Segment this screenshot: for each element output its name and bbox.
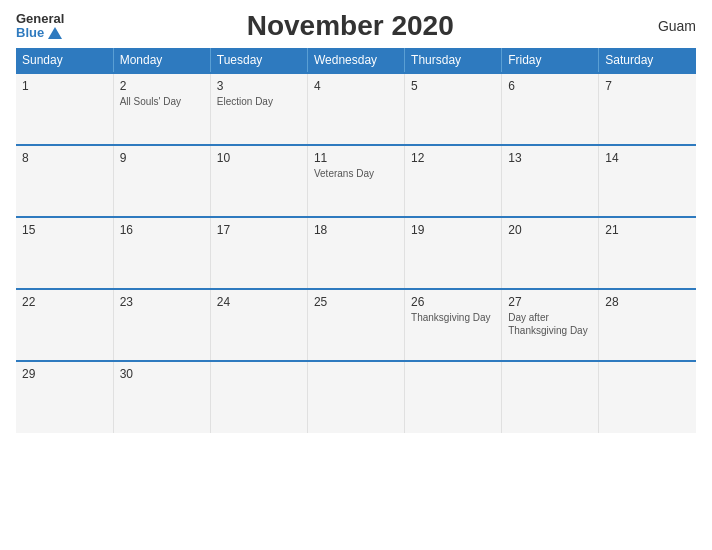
event-label: Thanksgiving Day	[508, 324, 592, 337]
day-number: 19	[411, 223, 495, 237]
day-number: 25	[314, 295, 398, 309]
day-number: 18	[314, 223, 398, 237]
day-number: 4	[314, 79, 398, 93]
calendar-week-row: 2930	[16, 361, 696, 433]
calendar-cell: 5	[405, 73, 502, 145]
calendar-cell: 3Election Day	[210, 73, 307, 145]
calendar-cell: 25	[307, 289, 404, 361]
calendar-cell: 7	[599, 73, 696, 145]
day-number: 1	[22, 79, 107, 93]
weekday-header: Wednesday	[307, 48, 404, 73]
calendar-cell: 16	[113, 217, 210, 289]
calendar-week-row: 2223242526Thanksgiving Day27Day afterTha…	[16, 289, 696, 361]
calendar-cell: 6	[502, 73, 599, 145]
event-label: Day after	[508, 311, 592, 324]
day-number: 14	[605, 151, 690, 165]
day-number: 20	[508, 223, 592, 237]
calendar-table: SundayMondayTuesdayWednesdayThursdayFrid…	[16, 48, 696, 433]
weekday-header: Monday	[113, 48, 210, 73]
calendar-cell: 17	[210, 217, 307, 289]
logo-triangle-icon	[48, 27, 62, 39]
calendar-cell: 13	[502, 145, 599, 217]
event-label: Veterans Day	[314, 167, 398, 180]
calendar-cell	[405, 361, 502, 433]
event-label: Thanksgiving Day	[411, 311, 495, 324]
calendar-cell: 20	[502, 217, 599, 289]
day-number: 8	[22, 151, 107, 165]
calendar-cell	[599, 361, 696, 433]
event-label: All Souls' Day	[120, 95, 204, 108]
day-number: 30	[120, 367, 204, 381]
day-number: 10	[217, 151, 301, 165]
header: General Blue November 2020 Guam	[16, 10, 696, 42]
calendar-cell: 22	[16, 289, 113, 361]
day-number: 17	[217, 223, 301, 237]
calendar-week-row: 891011Veterans Day121314	[16, 145, 696, 217]
calendar-cell: 4	[307, 73, 404, 145]
weekday-header: Tuesday	[210, 48, 307, 73]
day-number: 2	[120, 79, 204, 93]
day-number: 29	[22, 367, 107, 381]
calendar-cell: 8	[16, 145, 113, 217]
calendar-cell: 15	[16, 217, 113, 289]
day-number: 3	[217, 79, 301, 93]
page: General Blue November 2020 Guam SundayMo…	[0, 0, 712, 550]
day-number: 26	[411, 295, 495, 309]
day-number: 21	[605, 223, 690, 237]
logo-blue-text: Blue	[16, 26, 44, 40]
calendar-cell: 1	[16, 73, 113, 145]
weekday-header-row: SundayMondayTuesdayWednesdayThursdayFrid…	[16, 48, 696, 73]
calendar-cell: 14	[599, 145, 696, 217]
logo-general-text: General	[16, 12, 64, 26]
day-number: 6	[508, 79, 592, 93]
day-number: 9	[120, 151, 204, 165]
logo: General Blue	[16, 12, 64, 41]
calendar-cell: 9	[113, 145, 210, 217]
day-number: 23	[120, 295, 204, 309]
calendar-cell: 30	[113, 361, 210, 433]
calendar-cell: 24	[210, 289, 307, 361]
weekday-header: Saturday	[599, 48, 696, 73]
calendar-cell: 19	[405, 217, 502, 289]
day-number: 15	[22, 223, 107, 237]
calendar-cell: 18	[307, 217, 404, 289]
calendar-cell: 28	[599, 289, 696, 361]
calendar-title: November 2020	[64, 10, 636, 42]
calendar-cell	[210, 361, 307, 433]
calendar-cell: 27Day afterThanksgiving Day	[502, 289, 599, 361]
day-number: 12	[411, 151, 495, 165]
weekday-header: Sunday	[16, 48, 113, 73]
day-number: 16	[120, 223, 204, 237]
calendar-cell	[502, 361, 599, 433]
calendar-cell: 12	[405, 145, 502, 217]
day-number: 11	[314, 151, 398, 165]
day-number: 27	[508, 295, 592, 309]
day-number: 7	[605, 79, 690, 93]
region-label: Guam	[636, 18, 696, 34]
calendar-week-row: 12All Souls' Day3Election Day4567	[16, 73, 696, 145]
calendar-cell: 29	[16, 361, 113, 433]
day-number: 22	[22, 295, 107, 309]
calendar-cell: 10	[210, 145, 307, 217]
calendar-cell	[307, 361, 404, 433]
calendar-cell: 21	[599, 217, 696, 289]
weekday-header: Friday	[502, 48, 599, 73]
calendar-week-row: 15161718192021	[16, 217, 696, 289]
calendar-cell: 11Veterans Day	[307, 145, 404, 217]
calendar-cell: 2All Souls' Day	[113, 73, 210, 145]
logo-blue-container: Blue	[16, 26, 64, 40]
day-number: 24	[217, 295, 301, 309]
day-number: 13	[508, 151, 592, 165]
event-label: Election Day	[217, 95, 301, 108]
weekday-header: Thursday	[405, 48, 502, 73]
calendar-cell: 26Thanksgiving Day	[405, 289, 502, 361]
day-number: 5	[411, 79, 495, 93]
day-number: 28	[605, 295, 690, 309]
calendar-cell: 23	[113, 289, 210, 361]
